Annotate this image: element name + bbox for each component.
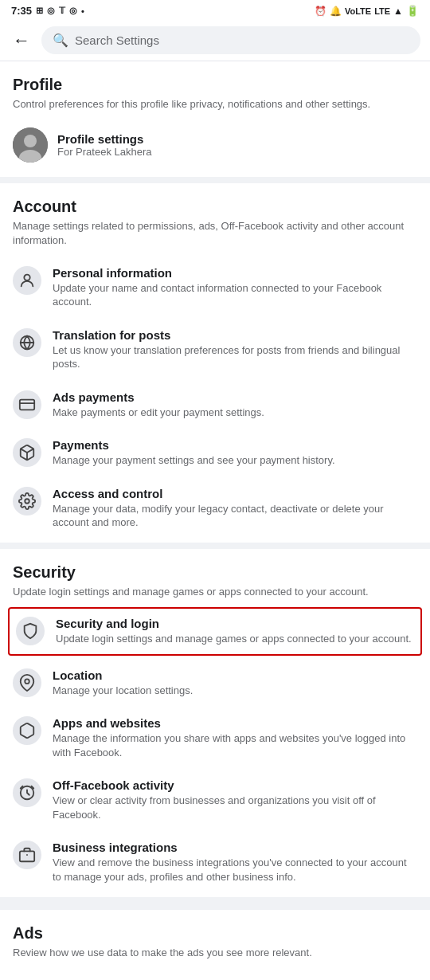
profile-text: Profile settings For Prateek Lakhera [57,132,152,158]
profile-section-desc: Control preferences for this profile lik… [13,97,417,112]
ads-payments-title: Ads payments [53,390,417,404]
off-facebook-item[interactable]: Off-Facebook activity View or clear acti… [13,769,417,831]
account-section: Account Manage settings related to permi… [0,183,430,549]
apps-websites-text: Apps and websites Manage the information… [53,716,417,759]
payments-title: Payments [53,438,417,452]
off-facebook-desc: View or clear activity from businesses a… [53,794,417,821]
location-desc: Manage your location settings. [53,684,417,698]
tiktok-icon: 𝕋 [59,6,65,16]
person-icon [13,266,41,295]
personal-information-title: Personal information [53,266,417,280]
security-section-title: Security [13,563,417,582]
access-control-item[interactable]: Access and control Manage your data, mod… [13,477,417,539]
personal-information-desc: Update your name and contact information… [53,281,417,309]
off-facebook-text: Off-Facebook activity View or clear acti… [53,778,417,821]
svg-point-9 [25,679,29,684]
card-icon [13,390,41,419]
top-nav: ← 🔍 Search Settings [0,20,430,61]
payments-item[interactable]: Payments Manage your payment settings an… [13,429,417,477]
access-control-text: Access and control Manage your data, mod… [53,487,417,530]
avatar-image [13,127,48,163]
access-control-desc: Manage your data, modify your legacy con… [53,502,417,530]
profile-settings-item[interactable]: Profile settings For Prateek Lakhera [13,120,417,174]
security-login-title: Security and login [56,617,414,630]
status-bar: 7:35 ⊞ ◎ 𝕋 ◎ • ⏰ 🔔 VoLTE LTE ▲ 🔋 [0,0,430,20]
time-display: 7:35 [11,5,32,17]
translation-item[interactable]: Translation for posts Let us know your t… [13,319,417,381]
back-arrow-icon: ← [13,30,30,50]
translation-title: Translation for posts [53,328,417,342]
location-text: Location Manage your location settings. [53,668,417,698]
apps-websites-item[interactable]: Apps and websites Manage the information… [13,707,417,769]
security-section-desc: Update login settings and manage games o… [13,585,417,599]
search-icon: 🔍 [53,33,68,48]
search-placeholder: Search Settings [75,33,159,47]
personal-information-item[interactable]: Personal information Update your name an… [13,257,417,319]
payments-text: Payments Manage your payment settings an… [53,438,417,468]
profile-settings-title: Profile settings [57,132,152,146]
profile-section-title: Profile [13,76,417,94]
account-section-desc: Manage settings related to permissions, … [13,219,417,248]
apps-websites-desc: Manage the information you share with ap… [53,731,417,759]
svg-rect-13 [20,852,34,862]
back-button[interactable]: ← [10,27,33,54]
gear-icon [13,487,41,515]
alarm-icon: ⏰ [315,6,326,17]
dot-icon: • [81,6,84,16]
ads-section-title: Ads [13,924,417,943]
security-login-item[interactable]: Security and login Update login settings… [8,607,422,656]
instagram2-icon: ◎ [69,6,77,16]
briefcase-icon [13,841,41,869]
status-left: 7:35 ⊞ ◎ 𝕋 ◎ • [11,5,84,17]
instagram-icon: ◎ [47,6,55,16]
apps-icon [13,716,41,745]
search-bar[interactable]: 🔍 Search Settings [41,26,420,54]
security-section: Security Update login settings and manag… [0,549,430,904]
security-login-desc: Update login settings and manage games o… [56,632,414,646]
account-section-title: Account [13,198,417,216]
svg-point-3 [24,274,29,280]
wifi-icon: VoLTE [345,6,371,16]
location-title: Location [53,668,417,682]
business-integrations-desc: View and remove the business integration… [53,856,417,884]
grid-icon: ⊞ [36,6,43,16]
globe-icon [13,328,41,357]
lte-icon: LTE [374,6,390,16]
personal-information-text: Personal information Update your name an… [53,266,417,309]
ads-payments-desc: Make payments or edit your payment setti… [53,406,417,420]
apps-websites-title: Apps and websites [53,716,417,730]
ads-section-desc: Review how we use data to make the ads y… [13,946,417,960]
translation-text: Translation for posts Let us know your t… [53,328,417,371]
box-icon [13,438,41,467]
profile-section: Profile Control preferences for this pro… [0,61,430,183]
ads-payments-text: Ads payments Make payments or edit your … [53,390,417,420]
profile-settings-subtitle: For Prateek Lakhera [57,146,152,158]
svg-rect-5 [20,399,34,410]
translation-desc: Let us know your translation preferences… [53,343,417,371]
volume-icon: 🔔 [330,6,342,17]
security-login-text: Security and login Update login settings… [56,617,414,646]
off-facebook-title: Off-Facebook activity [53,778,417,792]
shield-icon [16,617,45,645]
status-right: ⏰ 🔔 VoLTE LTE ▲ 🔋 [315,5,419,17]
payments-desc: Manage your payment settings and see you… [53,453,417,468]
signal-icon: ▲ [393,6,403,17]
location-icon [13,668,41,697]
ads-payments-item[interactable]: Ads payments Make payments or edit your … [13,381,417,429]
location-item[interactable]: Location Manage your location settings. [13,659,417,708]
business-integrations-title: Business integrations [53,841,417,854]
ads-section: Ads Review how we use data to make the a… [0,904,430,971]
avatar [13,127,48,163]
access-control-title: Access and control [53,487,417,500]
business-integrations-text: Business integrations View and remove th… [53,841,417,884]
svg-point-1 [24,135,37,147]
business-integrations-item[interactable]: Business integrations View and remove th… [13,831,417,893]
activity-icon [13,778,41,807]
svg-point-8 [25,499,29,504]
battery-icon: 🔋 [406,5,419,17]
